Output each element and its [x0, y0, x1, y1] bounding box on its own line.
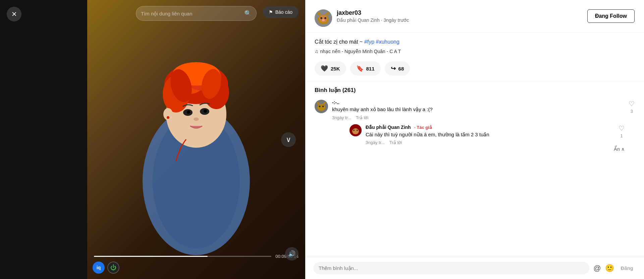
reply-text: Cái này thì tuỳ người nữa á em, thường l…	[366, 131, 614, 139]
collapse-button[interactable]: Ẩn ∧	[332, 145, 625, 153]
heart-icon: 🖤	[321, 65, 328, 72]
comment-meta: 3ngày tr... Trả lời	[332, 115, 625, 120]
comment-like: ♡ 3	[629, 100, 635, 153]
reply-item: Đầu phải Quan Zinh · Tác giả Cái này thì…	[350, 124, 625, 145]
report-button[interactable]: ⚑ Báo cáo	[263, 6, 299, 18]
comment-item: -:-.. khuyên mày anh xỏ bao lâu thì lành…	[315, 100, 635, 153]
search-input[interactable]	[141, 11, 241, 16]
bookmark-count: 811	[366, 66, 375, 72]
hashtag-fyp[interactable]: #fyp	[364, 39, 374, 45]
user-subtitle: Đầu phải Quan Zinh · 3ngày trước	[337, 17, 583, 23]
volume-button[interactable]: 🔊	[285, 247, 299, 261]
svg-point-18	[167, 116, 169, 119]
volume-icon: 🔊	[288, 250, 296, 258]
music-icon: ♫	[315, 49, 318, 54]
at-button[interactable]: @	[593, 264, 601, 273]
svg-point-32	[322, 106, 324, 107]
reply-btn[interactable]: Trả lời	[389, 140, 402, 145]
action-row: 🖤 25K 🔖 811 ↪ 68	[305, 57, 644, 81]
left-panel: ✕	[0, 0, 87, 279]
comment-avatar[interactable]	[315, 100, 328, 113]
svg-point-24	[320, 17, 322, 19]
svg-point-14	[187, 110, 190, 114]
svg-point-21	[319, 15, 327, 22]
close-button[interactable]: ✕	[7, 7, 21, 21]
comment-like-count: 3	[630, 109, 633, 114]
svg-point-38	[357, 130, 358, 131]
app-icon-2[interactable]: ⏻	[107, 262, 119, 274]
music-text: nhạc nền - Nguyễn Minh Quân - C A T	[320, 49, 401, 54]
comment-time: 3ngày tr...	[332, 115, 351, 120]
app-icon-1: iq	[93, 262, 105, 274]
svg-point-16	[194, 118, 199, 121]
reply-avatar[interactable]	[350, 124, 362, 136]
bottom-left-icons: iq ⏻	[93, 262, 119, 274]
like-button[interactable]: 🖤 25K	[315, 61, 346, 76]
share-count: 68	[398, 66, 404, 72]
video-progress-area[interactable]: 00:09/00:14	[94, 254, 299, 259]
reply-meta: 3ngày tr... Trả lời	[366, 140, 614, 145]
flag-icon: ⚑	[269, 9, 273, 15]
username[interactable]: jaxber03	[337, 9, 583, 16]
caption-main: Cắt tóc zị cho mát ~	[315, 39, 364, 45]
hashtag-xuhuong[interactable]: #xuhuong	[376, 39, 399, 45]
caption-text: Cắt tóc zị cho mát ~ #fyp #xuhuong	[315, 38, 635, 46]
share-icon: ↪	[391, 65, 396, 72]
caption-area: Cắt tóc zị cho mát ~ #fyp #xuhuong ♫ nhạ…	[305, 33, 644, 57]
progress-track[interactable]	[94, 256, 271, 257]
avatar[interactable]	[315, 9, 332, 27]
reply-like: ♡ 1	[619, 124, 625, 145]
comment-heart-icon[interactable]: ♡	[629, 100, 635, 108]
svg-point-25	[324, 17, 326, 19]
svg-point-31	[319, 106, 321, 107]
svg-point-34	[352, 128, 359, 134]
report-label: Báo cáo	[275, 9, 292, 15]
search-icon-button[interactable]: 🔍	[244, 10, 252, 17]
reply-heart-icon[interactable]: ♡	[619, 124, 625, 132]
svg-point-37	[353, 130, 355, 131]
comments-section: Bình luận (261) -:-.. khuyên mày anh xỏ …	[305, 81, 644, 257]
user-info: jaxber03 Đầu phải Quan Zinh · 3ngày trướ…	[337, 9, 583, 23]
emoji-button[interactable]: 🙂	[605, 264, 614, 273]
author-badge: · Tác giả	[414, 125, 432, 130]
right-panel: jaxber03 Đầu phải Quan Zinh · 3ngày trướ…	[305, 0, 644, 279]
comments-title: Bình luận (261)	[315, 87, 635, 94]
comment-reply-btn[interactable]: Trả lời	[356, 115, 368, 120]
progress-fill	[94, 256, 208, 257]
user-header: jaxber03 Đầu phải Quan Zinh · 3ngày trướ…	[305, 0, 644, 33]
search-bar[interactable]: 🔍	[136, 6, 257, 21]
svg-point-15	[204, 109, 207, 113]
comment-username[interactable]: -:-..	[332, 100, 625, 105]
post-button[interactable]: Đăng	[618, 265, 636, 271]
like-count: 25K	[331, 66, 340, 72]
bookmark-button[interactable]: 🔖 811	[350, 61, 381, 76]
music-line[interactable]: ♫ nhạc nền - Nguyễn Minh Quân - C A T	[315, 49, 635, 54]
comment-text: khuyên mày anh xỏ bao lâu thì lành vậy a…	[332, 106, 625, 113]
svg-point-28	[317, 104, 325, 111]
share-button[interactable]: ↪ 68	[385, 61, 410, 76]
bookmark-icon: 🔖	[356, 65, 364, 72]
comment-input-area: @ 🙂 Đăng	[305, 257, 644, 279]
video-container: 🔍 ⚑ Báo cáo ∨ 00:09/00:14 🔊 iq ⏻	[87, 0, 305, 279]
comment-input[interactable]	[313, 262, 589, 274]
reply-time: 3ngày tr...	[366, 140, 385, 145]
reply-like-count: 1	[620, 133, 623, 138]
reply-username[interactable]: Đầu phải Quan Zinh	[366, 125, 411, 130]
chevron-down-icon: ∨	[286, 135, 291, 144]
comment-body: -:-.. khuyên mày anh xỏ bao lâu thì lành…	[332, 100, 625, 153]
follow-button[interactable]: Đang Follow	[587, 9, 635, 23]
video-content	[136, 20, 257, 255]
next-video-button[interactable]: ∨	[281, 132, 296, 147]
reply-body: Đầu phải Quan Zinh · Tác giả Cái này thì…	[366, 124, 614, 145]
svg-point-26	[322, 19, 325, 21]
